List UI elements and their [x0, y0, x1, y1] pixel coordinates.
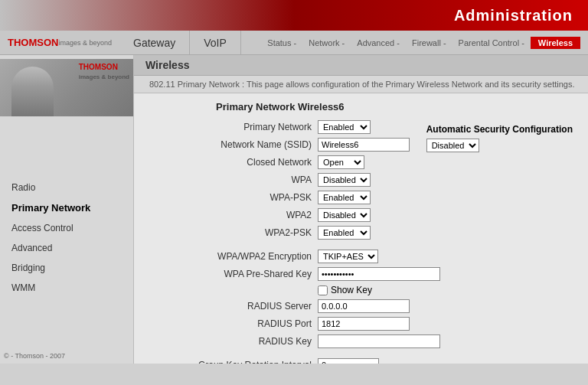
sub-nav-wireless[interactable]: Wireless [531, 37, 580, 49]
breadcrumb-text: 802.11 Primary Network : This page allow… [149, 80, 575, 89]
logo-text: THOMSON [8, 37, 58, 48]
select-wpa-psk[interactable]: EnabledDisabled [318, 191, 371, 204]
sidebar-item-bridging[interactable]: Bridging [0, 258, 133, 278]
label-ssid: Network Name (SSID) [149, 139, 318, 150]
control-show-key: Show Key [318, 285, 372, 295]
logo-sub: images & beyond [58, 39, 112, 47]
label-radius-port: RADIUS Port [149, 318, 318, 329]
sidebar-image: THOMSON images & beyond [0, 59, 133, 116]
select-primary-network[interactable]: EnabledDisabled [318, 120, 371, 134]
field-wpa2-psk: WPA2-PSK EnabledDisabled [149, 226, 411, 240]
field-radius-server: RADIUS Server [149, 299, 573, 313]
control-wpa-encryption: TKIP+AESTKIPAES [318, 250, 378, 263]
sub-nav-parental[interactable]: Parental Control [452, 38, 531, 47]
sub-nav-firewall[interactable]: Firewall [406, 38, 452, 47]
main-content: Wireless 802.11 Primary Network : This p… [134, 55, 588, 364]
label-wpa-preshared: WPA Pre-Shared Key [149, 269, 318, 279]
select-wpa2-psk[interactable]: EnabledDisabled [318, 226, 371, 240]
control-wpa2-psk: EnabledDisabled [318, 226, 371, 240]
sub-nav-advanced[interactable]: Advanced [351, 38, 406, 47]
select-wpa[interactable]: DisabledEnabled [318, 173, 371, 187]
sidebar-item-radio[interactable]: Radio [0, 178, 133, 197]
label-wpa-psk: WPA-PSK [149, 192, 318, 203]
select-wpa-encryption[interactable]: TKIP+AESTKIPAES [318, 250, 378, 263]
person-silhouette [11, 67, 54, 116]
top-section: Primary Network Wireless6 Primary Networ… [149, 101, 573, 243]
sub-nav-network[interactable]: Network [302, 38, 351, 47]
control-primary-network: EnabledDisabled [318, 120, 371, 134]
auto-security-section: Automatic Security Configuration Disable… [411, 101, 573, 152]
nav-tabs: Gateway VoIP [119, 31, 241, 54]
checkbox-show-key[interactable] [318, 285, 328, 295]
input-group-key-rotation[interactable] [318, 358, 379, 364]
label-wpa: WPA [149, 175, 318, 185]
sidebar: THOMSON images & beyond Radio Primary Ne… [0, 55, 134, 364]
control-closed-network: OpenClosed [318, 155, 364, 169]
input-radius-port[interactable] [318, 317, 410, 331]
label-group-key-rotation: Group Key Rotation Interval [149, 360, 318, 364]
field-show-key: Show Key [149, 285, 573, 295]
field-closed-network: Closed Network OpenClosed [149, 155, 411, 169]
control-group-key-rotation [318, 358, 379, 364]
control-radius-key [318, 334, 440, 348]
sidebar-item-primary-network[interactable]: Primary Network [0, 197, 133, 218]
field-group-key-rotation: Group Key Rotation Interval [149, 358, 573, 364]
field-wpa: WPA DisabledEnabled [149, 173, 411, 187]
auto-security-title: Automatic Security Configuration [426, 124, 573, 135]
control-wpa-psk: EnabledDisabled [318, 191, 371, 204]
breadcrumb-bar: 802.11 Primary Network : This page allow… [134, 76, 588, 93]
top-nav: THOMSON images & beyond Gateway VoIP Sta… [0, 31, 588, 55]
show-key-label: Show Key [331, 285, 372, 295]
header: Administration [0, 0, 588, 31]
label-wpa2: WPA2 [149, 210, 318, 220]
nav-tab-voip[interactable]: VoIP [190, 31, 241, 54]
field-radius-port: RADIUS Port [149, 317, 573, 331]
control-wpa2: DisabledEnabled [318, 208, 371, 222]
nav-tab-gateway[interactable]: Gateway [119, 31, 190, 54]
control-wpa-preshared [318, 267, 440, 281]
label-primary-network: Primary Network [149, 122, 318, 132]
label-radius-server: RADIUS Server [149, 301, 318, 312]
sidebar-footer: © - Thomson - 2007 [4, 352, 65, 360]
field-wpa-psk: WPA-PSK EnabledDisabled [149, 191, 411, 204]
label-wpa-encryption: WPA/WPA2 Encryption [149, 251, 318, 262]
input-ssid[interactable] [318, 138, 410, 152]
section-title: Primary Network Wireless6 [149, 101, 411, 113]
label-closed-network: Closed Network [149, 157, 318, 168]
content-body: Primary Network Wireless6 Primary Networ… [134, 93, 588, 364]
control-radius-port [318, 317, 410, 331]
page-header-title: Wireless [145, 59, 189, 71]
input-radius-server[interactable] [318, 299, 410, 313]
label-wpa2-psk: WPA2-PSK [149, 227, 318, 238]
field-primary-network: Primary Network EnabledDisabled [149, 120, 411, 134]
control-ssid [318, 138, 410, 152]
input-radius-key[interactable] [318, 334, 440, 348]
sidebar-item-access-control[interactable]: Access Control [0, 218, 133, 238]
field-radius-key: RADIUS Key [149, 334, 573, 348]
select-wpa2[interactable]: DisabledEnabled [318, 208, 371, 222]
field-wpa2: WPA2 DisabledEnabled [149, 208, 411, 222]
page-header-bar: Wireless [134, 55, 588, 76]
label-radius-key: RADIUS Key [149, 336, 318, 347]
logo-area: THOMSON images & beyond [0, 35, 119, 50]
input-wpa-preshared[interactable] [318, 267, 440, 281]
field-wpa-preshared: WPA Pre-Shared Key [149, 267, 573, 281]
form-left: Primary Network Wireless6 Primary Networ… [149, 101, 411, 243]
control-wpa: DisabledEnabled [318, 173, 371, 187]
sidebar-logo: THOMSON images & beyond [79, 63, 129, 81]
control-radius-server [318, 299, 410, 313]
sub-nav-status[interactable]: Status [261, 38, 302, 47]
spacer2 [149, 352, 573, 358]
header-title: Administration [454, 7, 573, 24]
select-closed-network[interactable]: OpenClosed [318, 155, 364, 169]
content-relative: Primary Network Wireless6 Primary Networ… [149, 101, 573, 364]
spacer1 [149, 243, 573, 250]
field-ssid: Network Name (SSID) [149, 138, 411, 152]
sidebar-nav: Radio Primary Network Access Control Adv… [0, 174, 133, 298]
sidebar-item-wmm[interactable]: WMM [0, 278, 133, 298]
sidebar-item-advanced[interactable]: Advanced [0, 238, 133, 258]
page-layout: THOMSON images & beyond Radio Primary Ne… [0, 55, 588, 364]
field-wpa-encryption: WPA/WPA2 Encryption TKIP+AESTKIPAES [149, 250, 573, 263]
select-auto-security[interactable]: DisabledEnabled [426, 139, 479, 152]
